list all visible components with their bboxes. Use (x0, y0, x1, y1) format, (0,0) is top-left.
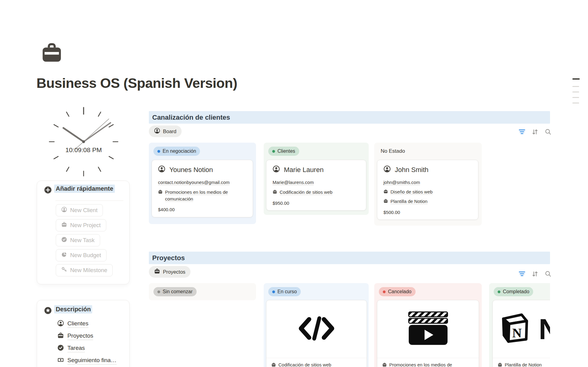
column-en-negociacion: En negociación Younes Notion contact.not… (149, 143, 256, 224)
new-budget-button[interactable]: New Budget (56, 249, 107, 261)
column-no-estado: No Estado John Smith john@smiths.com Dis… (374, 143, 482, 226)
pie-chart-icon (61, 252, 67, 259)
banknote-icon (57, 357, 64, 365)
link-label[interactable]: Proyectos (67, 332, 93, 340)
description-card: Descripción Clientes Proyectos Tareas Se… (37, 300, 130, 367)
new-client-button[interactable]: New Client (56, 204, 103, 216)
link-label[interactable]: Tareas (67, 345, 85, 352)
briefcase-icon (498, 362, 502, 367)
briefcase-icon (383, 198, 388, 205)
client-email[interactable]: Marie@laurens.com (273, 180, 314, 185)
client-name: Younes Notion (169, 166, 213, 174)
link-label[interactable]: Clientes (67, 320, 89, 328)
board-view-tab[interactable]: Board (149, 125, 182, 137)
client-email[interactable]: contact.notionbyounes@gmail.com (158, 180, 230, 185)
filter-icon[interactable] (519, 271, 525, 276)
client-card-younes[interactable]: Younes Notion contact.notionbyounes@gmai… (152, 160, 253, 217)
status-badge[interactable]: Completado (494, 287, 533, 296)
divider (55, 200, 123, 201)
status-badge[interactable]: Sin comenzar (153, 287, 197, 296)
status-dot (383, 290, 386, 293)
person-icon (61, 207, 67, 214)
new-task-button[interactable]: New Task (56, 234, 100, 246)
notion-page: Business OS (Spanish Version) (0, 0, 588, 367)
quick-add-card: Añadir rápidamente New Client New Projec… (37, 181, 130, 284)
button-label: New Task (70, 237, 95, 244)
briefcase-icon (158, 189, 163, 196)
status-badge[interactable]: Cancelado (379, 287, 416, 296)
column-en-curso: En curso Codificación de sitios web (264, 283, 369, 367)
amount: $400.00 (158, 207, 247, 212)
briefcase-icon (273, 189, 277, 196)
page-title: Business OS (Spanish Version) (36, 75, 237, 91)
button-label: New Budget (70, 252, 101, 259)
view-label: Board (163, 129, 176, 134)
status-label: Clientes (277, 148, 295, 154)
link-proyectos[interactable]: Proyectos (57, 332, 117, 340)
pipeline-board: En negociación Younes Notion contact.not… (149, 143, 550, 227)
new-milestone-button[interactable]: New Milestone (56, 264, 113, 276)
page-briefcase-icon[interactable] (40, 41, 63, 66)
description-title: Descripción (54, 305, 92, 313)
status-label: En curso (277, 289, 297, 294)
search-icon[interactable] (545, 129, 551, 135)
column-cancelado: Cancelado (374, 283, 482, 367)
sort-icon[interactable] (532, 129, 538, 135)
link-label[interactable]: Seguimiento fina… (67, 357, 117, 365)
sort-icon[interactable] (532, 271, 538, 277)
project-caption[interactable]: Codificación de sitios web (278, 362, 331, 367)
projects-section-header: Proyectos (149, 252, 550, 264)
svg-text:N: N (512, 326, 522, 340)
status-dot (157, 290, 160, 293)
project-link[interactable]: Codificación de sitios web (280, 189, 333, 196)
proyectos-view-tab[interactable]: Proyectos (149, 266, 190, 278)
analog-clock (44, 102, 123, 182)
person-icon (273, 165, 280, 174)
amount: $500.00 (383, 210, 472, 215)
section-title: Proyectos (149, 254, 185, 262)
notion-wordmark-partial: N (539, 313, 550, 346)
client-name: John Smith (395, 166, 428, 174)
status-label: Cancelado (388, 289, 412, 294)
status-dot (498, 290, 500, 293)
status-dot (272, 290, 275, 293)
status-badge[interactable]: En curso (268, 287, 301, 296)
status-dot (272, 150, 275, 153)
project-link[interactable]: Diseño de sitios web (390, 189, 433, 195)
status-label[interactable]: No Estado (381, 148, 405, 154)
project-card-promociones[interactable]: Promociones en los medios de (377, 300, 479, 367)
project-card-codificacion[interactable]: Codificación de sitios web (266, 300, 367, 367)
key-icon (61, 267, 67, 274)
status-label: En negociación (163, 148, 196, 154)
link-clientes[interactable]: Clientes (57, 320, 117, 328)
person-icon (154, 128, 160, 135)
plus-circle-icon (44, 186, 52, 195)
project-card-plantilla[interactable]: N N Plantilla de Notion (492, 300, 550, 367)
code-icon (297, 316, 336, 342)
amount: $950.00 (273, 200, 360, 206)
pipeline-section-header: Canalización de clientes (149, 111, 550, 124)
client-name: Marie Lauren (284, 166, 324, 174)
quick-add-title: Añadir rápidamente (54, 185, 115, 193)
project-caption[interactable]: Plantilla de Notion (505, 362, 542, 367)
project-link[interactable]: Plantilla de Notion (390, 198, 428, 205)
view-label: Proyectos (163, 269, 185, 275)
filter-icon[interactable] (519, 129, 525, 134)
check-circle-icon (57, 344, 64, 352)
project-caption[interactable]: Promociones en los medios de (389, 362, 452, 367)
status-badge[interactable]: En negociación (153, 147, 200, 156)
digital-time: 10:09:08 PM (44, 146, 123, 154)
client-email[interactable]: john@smiths.com (383, 180, 420, 185)
project-link[interactable]: Promociones en los medios de comunicació… (165, 189, 247, 202)
client-card-marie[interactable]: Marie Lauren Marie@laurens.com Codificac… (266, 160, 366, 211)
person-icon (158, 165, 165, 174)
new-project-button[interactable]: New Project (56, 219, 106, 231)
link-seguimiento[interactable]: Seguimiento fina… (57, 357, 117, 365)
link-tareas[interactable]: Tareas (57, 344, 117, 352)
column-clientes: Clientes Marie Lauren Marie@laurens.com … (264, 143, 369, 215)
status-badge[interactable]: Clientes (268, 147, 299, 156)
notion-logo: N (497, 311, 531, 347)
search-icon[interactable] (545, 271, 551, 277)
client-card-john[interactable]: John Smith john@smiths.com Diseño de sit… (377, 160, 478, 220)
button-label: New Client (70, 207, 97, 214)
